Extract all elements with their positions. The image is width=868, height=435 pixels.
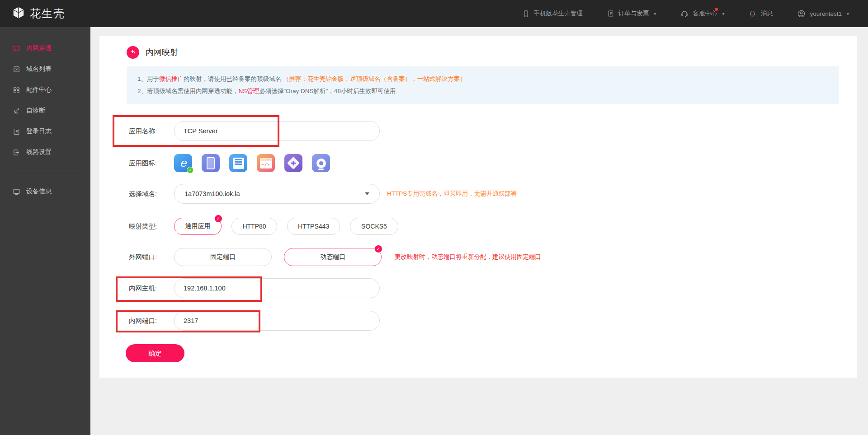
sidebar-item-label: 域名列表 xyxy=(26,65,52,73)
sidebar-item-device-info[interactable]: 设备信息 xyxy=(0,181,90,202)
app-name-input[interactable] xyxy=(174,121,380,141)
nav-label: 消息 xyxy=(760,9,773,18)
domain-select-value: 1a7073m100.iok.la xyxy=(184,190,240,197)
top-bar: 花生壳 手机版花生壳管理 订单与发票 ▾ xyxy=(0,0,868,27)
lan-port-row: 内网端口: xyxy=(129,311,380,331)
app-icon-ie-browser[interactable]: e ✓ xyxy=(174,154,192,172)
notice-text: 2、若顶级域名需使用内网穿透功能， xyxy=(137,88,239,94)
map-type-option-generic[interactable]: 通用应用 ✓ xyxy=(174,218,222,235)
pill-label: SOCKS5 xyxy=(361,223,387,230)
code-window-icon: ••• </> xyxy=(260,158,272,168)
chevron-down-icon: ▾ xyxy=(722,11,724,16)
nav-support-center[interactable]: 客服中心 ▾ xyxy=(680,9,724,18)
chevron-down-icon: ▾ xyxy=(654,11,656,16)
notice-line-1: 1、用于微信推广的映射，请使用已经备案的顶级域名 （推荐：花生壳铂金版，送顶级域… xyxy=(137,73,828,85)
notice-wechat-link[interactable]: 微信推广 xyxy=(159,75,184,82)
notice-text: 必须选择"Oray DNS解析"，48小时后生效即可使用 xyxy=(259,88,396,94)
sidebar-item-intranet-penetration[interactable]: 内网穿透 xyxy=(0,38,90,59)
map-type-row: 映射类型: 通用应用 ✓ HTTP80 HTTPS443 SOCKS5 xyxy=(129,218,408,235)
notice-text: 1、用于 xyxy=(137,75,159,82)
app-icon-label: 应用图标: xyxy=(129,159,174,168)
sidebar-item-label: 配件中心 xyxy=(26,86,52,94)
ext-port-label: 外网端口: xyxy=(129,253,174,262)
notice-line-2: 2、若顶级域名需使用内网穿透功能，NS管理必须选择"Oray DNS解析"，48… xyxy=(137,85,828,97)
app-name-row: 应用名称: xyxy=(129,121,380,141)
sidebar-item-accessory-center[interactable]: 配件中心 xyxy=(0,80,90,100)
lan-host-row: 内网主机: xyxy=(129,278,380,298)
server-icon xyxy=(233,158,244,169)
log-list-icon xyxy=(13,128,20,136)
invoice-icon xyxy=(607,10,614,17)
sidebar-item-label: 内网穿透 xyxy=(26,44,52,52)
device-monitor-icon xyxy=(13,188,20,196)
pill-label: 固定端口 xyxy=(210,253,236,261)
content-card: 内网映射 1、用于微信推广的映射，请使用已经备案的顶级域名 （推荐：花生壳铂金版… xyxy=(99,36,857,378)
app-icon-tablet[interactable] xyxy=(202,154,220,172)
app-icon-router[interactable]: ✚ xyxy=(284,154,302,172)
sidebar-item-label: 设备信息 xyxy=(26,187,52,196)
lan-host-input[interactable] xyxy=(174,278,380,298)
monitor-icon xyxy=(13,45,20,52)
sidebar-item-login-log[interactable]: 登录日志 xyxy=(0,121,90,142)
ext-port-option-fixed[interactable]: 固定端口 xyxy=(174,248,272,266)
confirm-button[interactable]: 确定 xyxy=(126,344,184,362)
sidebar-item-self-diagnosis[interactable]: 自诊断 xyxy=(0,100,90,121)
domain-row: 选择域名: 1a7073m100.iok.la HTTPS专用壳域名，即买即用，… xyxy=(129,184,517,204)
chevron-down-icon: ▾ xyxy=(847,11,849,16)
app-name-label: 应用名称: xyxy=(129,127,174,136)
back-button[interactable] xyxy=(127,46,139,59)
map-type-option-https443[interactable]: HTTPS443 xyxy=(287,218,340,235)
ext-port-note: 更改映射时，动态端口将重新分配，建议使用固定端口 xyxy=(395,253,541,261)
user-icon xyxy=(797,9,806,18)
nav-label: yourentest1 xyxy=(810,10,842,17)
webcam-icon xyxy=(316,159,326,168)
pill-label: HTTP80 xyxy=(242,223,266,230)
app-icon-tiles: e ✓ ••• </> ✚ xyxy=(174,154,330,172)
sidebar-item-domain-list[interactable]: 域名列表 xyxy=(0,59,90,80)
nav-account[interactable]: yourentest1 ▾ xyxy=(797,9,849,18)
notice-recommend-link[interactable]: （推荐：花生壳铂金版，送顶级域名（含备案），一站式解决方案） xyxy=(283,75,466,82)
app-icon-row: 应用图标: e ✓ ••• </> xyxy=(129,154,330,172)
map-type-option-http80[interactable]: HTTP80 xyxy=(231,218,277,235)
logo-text: 花生壳 xyxy=(30,6,65,21)
phone-icon xyxy=(522,10,530,18)
dropdown-caret-icon xyxy=(365,192,369,195)
nav-orders-invoices[interactable]: 订单与发票 ▾ xyxy=(607,9,656,18)
pill-label: HTTPS443 xyxy=(298,223,329,230)
domain-select[interactable]: 1a7073m100.iok.la xyxy=(174,184,380,204)
router-icon: ✚ xyxy=(287,157,300,169)
peanut-shell-cube-icon xyxy=(12,6,25,21)
domain-label: 选择域名: xyxy=(129,190,174,198)
map-type-label: 映射类型: xyxy=(129,222,174,231)
components-grid-icon xyxy=(13,86,20,94)
map-type-option-socks5[interactable]: SOCKS5 xyxy=(350,218,398,235)
headset-icon xyxy=(680,9,689,18)
sidebar-item-label: 自诊断 xyxy=(26,107,45,115)
app-icon-server[interactable] xyxy=(229,154,247,172)
nav-mobile-manage[interactable]: 手机版花生壳管理 xyxy=(522,9,583,18)
app-icon-code-window[interactable]: ••• </> xyxy=(257,154,275,172)
app-icon-webcam[interactable] xyxy=(312,154,330,172)
selected-check-icon: ✓ xyxy=(187,167,193,173)
lan-port-label: 内网端口: xyxy=(129,317,174,325)
lan-host-label: 内网主机: xyxy=(129,284,174,293)
app-logo[interactable]: 花生壳 xyxy=(12,6,65,21)
lan-port-input[interactable] xyxy=(174,311,380,331)
main-area: 内网映射 1、用于微信推广的映射，请使用已经备案的顶级域名 （推荐：花生壳铂金版… xyxy=(90,27,868,435)
domain-note: HTTPS专用壳域名，即买即用，无需开通或部署 xyxy=(387,190,517,198)
selected-check-icon: ✓ xyxy=(375,245,382,253)
ext-port-option-dynamic[interactable]: 动态端口 ✓ xyxy=(284,248,382,266)
ext-port-row: 外网端口: 固定端口 动态端口 ✓ 更改映射时，动态端口将重新分配，建议使用固定… xyxy=(129,248,541,266)
notice-ns-link[interactable]: NS管理 xyxy=(239,88,259,94)
notice-box: 1、用于微信推广的映射，请使用已经备案的顶级域名 （推荐：花生壳铂金版，送顶级域… xyxy=(127,66,839,104)
ie-e-glyph: e xyxy=(180,157,187,168)
domain-grid-icon xyxy=(13,65,20,73)
pill-label: 动态端口 xyxy=(320,253,345,261)
nav-label: 手机版花生壳管理 xyxy=(534,9,583,18)
nav-messages[interactable]: 消息 xyxy=(749,9,773,18)
pill-label: 通用应用 xyxy=(185,222,211,230)
tablet-icon xyxy=(207,157,215,169)
notice-text: 的映射，请使用已经备案的顶级域名 xyxy=(184,75,283,82)
sidebar: 内网穿透 域名列表 配件中心 xyxy=(0,27,90,435)
sidebar-item-route-settings[interactable]: 线路设置 xyxy=(0,142,90,163)
